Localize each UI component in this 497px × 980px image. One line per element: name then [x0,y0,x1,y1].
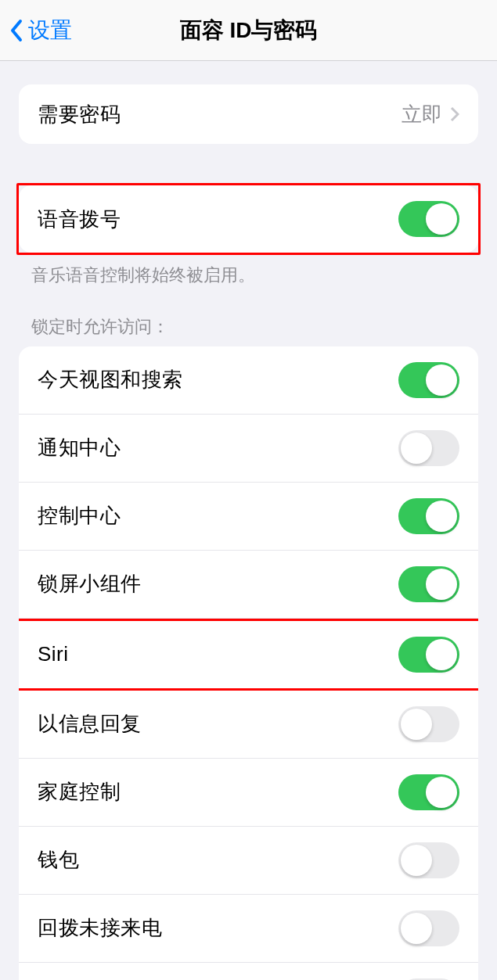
lock-access-toggle[interactable] [398,842,459,878]
chevron-left-icon [9,19,23,42]
lock-access-row: 控制中心 [19,483,478,551]
lock-access-toggle[interactable] [398,706,459,742]
lock-access-toggle[interactable] [398,637,459,673]
voice-dial-row: 语音拨号 [19,185,478,253]
lock-access-toggle[interactable] [398,498,459,534]
lock-access-label: 钱包 [38,846,79,874]
lock-access-label: 通知中心 [38,434,121,461]
lock-access-row: Siri [19,619,478,691]
lock-access-row: 家庭控制 [19,759,478,827]
lock-access-toggle[interactable] [398,774,459,810]
page-title: 面容 ID与密码 [180,16,318,45]
lock-access-row: 通知中心 [19,415,478,483]
highlight-voice-dial: 语音拨号 [16,183,481,255]
voice-dial-toggle[interactable] [398,201,459,237]
navigation-header: 设置 面容 ID与密码 [0,0,497,61]
lock-access-label: 以信息回复 [38,710,142,738]
lock-access-label: 家庭控制 [38,778,121,806]
lock-access-toggle[interactable] [398,362,459,398]
require-passcode-row[interactable]: 需要密码 立即 [19,84,478,144]
lock-access-header: 锁定时允许访问： [0,315,497,346]
chevron-right-icon [450,106,459,122]
lock-access-toggle[interactable] [398,430,459,466]
lock-access-row: 以信息回复 [19,691,478,759]
lock-access-list: 今天视图和搜索通知中心控制中心锁屏小组件Siri以信息回复家庭控制钱包回拨未接来… [19,346,478,980]
require-passcode-value: 立即 [402,101,442,128]
lock-access-row: 回拨未接来电 [19,895,478,963]
lock-access-row: 钱包 [19,827,478,895]
lock-access-toggle[interactable] [398,910,459,946]
back-label: 设置 [28,16,72,45]
lock-access-row: 今天视图和搜索 [19,346,478,415]
voice-dial-label: 语音拨号 [38,206,121,233]
voice-dial-footer: 音乐语音控制将始终被启用。 [0,255,497,287]
lock-access-label: 锁屏小组件 [38,570,142,598]
lock-access-row: USB配件 [19,963,478,980]
lock-access-row: 锁屏小组件 [19,551,478,619]
back-button[interactable]: 设置 [0,16,72,45]
lock-access-toggle[interactable] [398,566,459,602]
lock-access-label: Siri [38,642,69,666]
lock-access-label: 控制中心 [38,502,121,529]
require-passcode-label: 需要密码 [38,101,121,128]
lock-access-label: 今天视图和搜索 [38,366,183,393]
lock-access-label: 回拨未接来电 [38,914,162,942]
